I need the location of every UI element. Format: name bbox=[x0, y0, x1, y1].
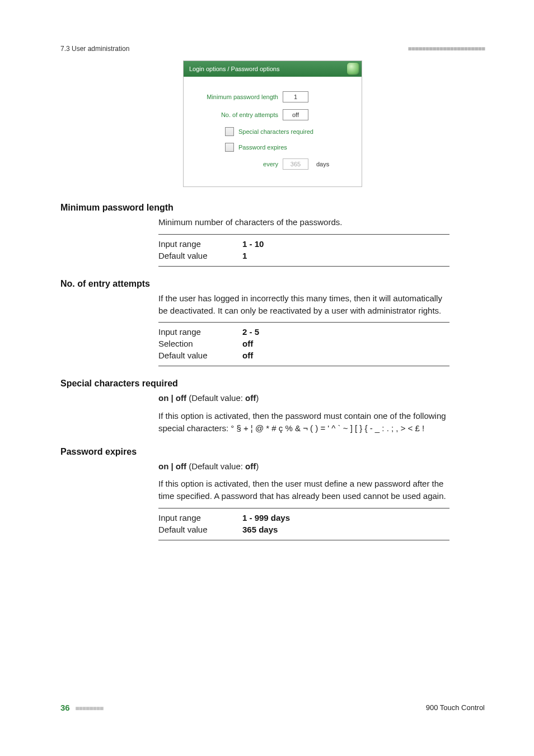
desc-entry-attempts: If the user has logged in incorrectly th… bbox=[158, 292, 449, 317]
footer-product: 900 Touch Control bbox=[426, 703, 485, 712]
every-unit: days bbox=[316, 161, 329, 167]
password-expires-checkbox[interactable] bbox=[225, 143, 234, 152]
header-ornament: ■■■■■■■■■■■■■■■■■■■■■■ bbox=[408, 45, 485, 53]
table-row: Input range 1 - 999 days bbox=[158, 512, 449, 524]
table-row: Selection off bbox=[158, 338, 449, 349]
cell-value: off bbox=[242, 338, 449, 349]
special-chars-label: Special characters required bbox=[238, 128, 313, 135]
table-password-expires: Input range 1 - 999 days Default value 3… bbox=[158, 512, 449, 535]
desc-min-pwd-length: Minimum number of characters of the pass… bbox=[158, 216, 449, 228]
table-row: Default value 1 bbox=[158, 250, 449, 262]
heading-password-expires: Password expires bbox=[60, 447, 485, 457]
heading-special-chars: Special characters required bbox=[60, 379, 485, 389]
page-number: 36 bbox=[60, 703, 70, 712]
desc-password-expires: If this option is activated, then the us… bbox=[158, 478, 449, 502]
cell-label: Default value bbox=[158, 349, 242, 361]
desc-special-chars: If this option is activated, then the pa… bbox=[158, 410, 449, 435]
every-days-input[interactable]: 365 bbox=[283, 158, 308, 170]
every-label: every bbox=[191, 161, 283, 167]
cell-value: 1 - 10 bbox=[242, 238, 449, 250]
header-section: 7.3 User administration bbox=[60, 45, 129, 53]
password-expires-label: Password expires bbox=[238, 144, 287, 151]
min-pwd-length-input[interactable]: 1 bbox=[283, 91, 308, 102]
cell-value: off bbox=[242, 349, 449, 361]
on-off-special-chars: on | off (Default value: off) bbox=[158, 392, 449, 404]
cell-label: Default value bbox=[158, 250, 242, 262]
table-min-pwd-length: Input range 1 - 10 Default value 1 bbox=[158, 238, 449, 262]
table-row: Input range 1 - 10 bbox=[158, 238, 449, 250]
cell-value: 365 days bbox=[242, 524, 449, 535]
footer-ornament: ■■■■■■■■ bbox=[75, 704, 103, 712]
min-pwd-length-label: Minimum password length bbox=[191, 94, 283, 100]
cell-label: Input range bbox=[158, 238, 242, 250]
cell-label: Input range bbox=[158, 512, 242, 524]
cell-label: Default value bbox=[158, 524, 242, 535]
entry-attempts-label: No. of entry attempts bbox=[191, 111, 283, 118]
table-row: Default value 365 days bbox=[158, 524, 449, 535]
dialog-password-options: Login options / Password options Minimum… bbox=[183, 60, 362, 187]
cell-label: Input range bbox=[158, 326, 242, 338]
heading-entry-attempts: No. of entry attempts bbox=[60, 279, 485, 289]
table-entry-attempts: Input range 2 - 5 Selection off Default … bbox=[158, 326, 449, 361]
home-icon[interactable] bbox=[347, 63, 359, 75]
cell-label: Selection bbox=[158, 338, 242, 349]
entry-attempts-input[interactable]: off bbox=[283, 109, 308, 120]
dialog-title: Login options / Password options bbox=[189, 66, 279, 72]
special-chars-checkbox[interactable] bbox=[225, 127, 234, 136]
on-off-password-expires: on | off (Default value: off) bbox=[158, 460, 449, 473]
table-row: Input range 2 - 5 bbox=[158, 326, 449, 338]
cell-value: 1 - 999 days bbox=[242, 512, 449, 524]
cell-value: 1 bbox=[242, 250, 449, 262]
heading-min-pwd-length: Minimum password length bbox=[60, 203, 485, 213]
table-row: Default value off bbox=[158, 349, 449, 361]
cell-value: 2 - 5 bbox=[242, 326, 449, 338]
